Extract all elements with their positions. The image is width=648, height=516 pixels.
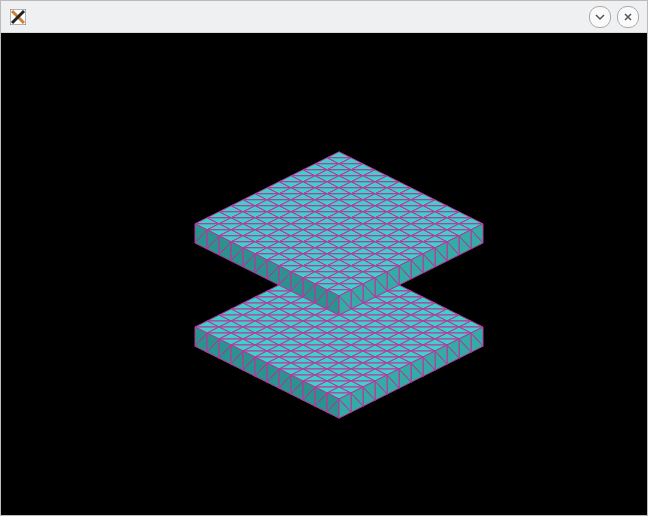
render-viewport[interactable]	[1, 33, 647, 515]
svg-marker-337	[327, 152, 351, 158]
chevron-down-icon	[595, 12, 605, 22]
x11-logo-icon	[9, 8, 27, 26]
mesh-canvas	[1, 33, 637, 513]
minimize-button[interactable]	[589, 6, 611, 28]
titlebar	[1, 1, 647, 33]
close-button[interactable]	[617, 6, 639, 28]
close-icon	[623, 12, 633, 22]
app-window	[0, 0, 648, 516]
